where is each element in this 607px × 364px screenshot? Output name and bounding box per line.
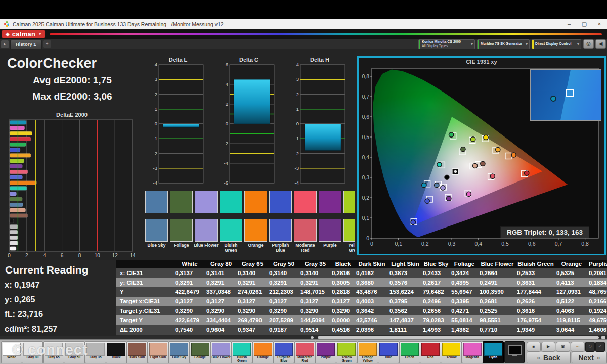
table-cell: 0,4162: [354, 268, 387, 278]
confirm-button[interactable]: ✔: [595, 342, 605, 352]
palette-button-blue[interactable]: Blue: [378, 341, 399, 363]
svg-text:0: 0: [155, 121, 157, 126]
palette-button-light-skin[interactable]: Light Skin: [148, 341, 169, 363]
chevron-down-icon: ▾: [39, 32, 41, 36]
minimize-button[interactable]: –: [561, 19, 577, 29]
table-row: x: CIE310,31370,31410,31400,31400,31400,…: [116, 268, 607, 278]
table-cell: 127,0931: [554, 287, 587, 297]
palette-label: Yellow Green: [336, 355, 357, 362]
table-cell: 0,5325: [554, 268, 587, 278]
table-horizontal-scrollbar[interactable]: [0, 336, 607, 339]
table-cell: 0,3127: [298, 297, 330, 306]
palette-button-blue-sky[interactable]: Blue Sky: [168, 341, 190, 363]
stop-button[interactable]: ■: [527, 342, 541, 352]
table-cell: 0,2681: [478, 297, 515, 306]
maximize-button[interactable]: ▢: [577, 19, 592, 29]
loop-button[interactable]: ∞: [571, 342, 585, 352]
palette-swatch: [212, 343, 230, 356]
table-cell: 0,0000: [330, 315, 354, 325]
check-icon: ✔: [598, 344, 602, 349]
table-cell: 337,0348: [204, 287, 236, 297]
scrollbar-thumb[interactable]: [318, 336, 599, 339]
palette-button-yellow-green[interactable]: Yellow Green: [336, 341, 357, 363]
play-button[interactable]: ▶: [541, 342, 555, 352]
palette-button-bluish-green[interactable]: Bluish Green: [231, 341, 252, 363]
results-table[interactable]: WhiteGray 80Gray 65Gray 50Gray 35BlackDa…: [116, 260, 607, 336]
table-cell: 212,2303: [267, 287, 298, 297]
settings-icon-button[interactable]: ◎: [583, 39, 594, 49]
display-preview-button[interactable]: [504, 341, 525, 363]
next-chevron-icon: »: [597, 354, 600, 361]
table-cell: 0,2656: [421, 306, 449, 316]
add-tab-button[interactable]: +: [43, 40, 51, 48]
table-cell: 0,3127: [204, 297, 236, 306]
palette-button-moderate-red[interactable]: Moderate Red: [294, 341, 316, 363]
table-cell: 3,0644: [554, 325, 587, 335]
device-dropdown-2[interactable]: Direct Display Control▾: [532, 39, 581, 49]
palette-swatch: [359, 343, 377, 356]
main-workspace: ColorChecker Avg dE2000: 1,75 Max dE2000…: [0, 49, 607, 260]
patch-label: Moderate Red: [293, 243, 318, 253]
next-button[interactable]: Next »: [572, 352, 607, 363]
chevron-down-icon: ▾: [524, 42, 529, 47]
table-cell: 0,4113: [554, 278, 587, 288]
palette-button-foliage[interactable]: Foliage: [190, 341, 211, 363]
device-dropdown-0[interactable]: Konica Minolta CS-2000All Display Types▾: [418, 39, 475, 49]
table-cell: 0,3642: [354, 306, 387, 316]
table-column-header: Gray 35: [298, 260, 330, 268]
table-row-label: Target Y: [116, 315, 173, 325]
device-dropdown-1[interactable]: Murideo 7G 8K Generator▾: [477, 39, 530, 49]
svg-text:-2: -2: [295, 151, 299, 156]
back-button[interactable]: « Back: [527, 352, 571, 363]
measured-patch-7: [319, 219, 341, 242]
palette-button-purplish-blue[interactable]: Purplish Blue: [273, 341, 294, 363]
palette-label: Magenta: [462, 355, 483, 362]
svg-text:-4: -4: [224, 160, 228, 166]
layout-title: ColorChecker: [7, 56, 97, 71]
collapse-panel-button[interactable]: ◀: [595, 39, 606, 49]
close-button[interactable]: ×: [592, 19, 607, 29]
palette-button-purple[interactable]: Purple: [315, 341, 336, 363]
palette-button-black[interactable]: Black: [106, 341, 127, 363]
palette-button-yellow[interactable]: Yellow: [441, 341, 462, 363]
cie-1931-panel[interactable]: CIE 1931 xy 00,10,20,30,40,50,60,70,800,…: [357, 56, 606, 255]
palette-label: Purple: [316, 355, 336, 362]
table-header-row: WhiteGray 80Gray 65Gray 50Gray 35BlackDa…: [116, 260, 607, 268]
table-cell: 0,3424: [449, 268, 478, 278]
svg-text:0: 0: [8, 253, 11, 258]
table-cell: 0,2664: [478, 268, 515, 278]
table-cell: 0,3127: [330, 297, 354, 306]
table-cell: 177,8444: [515, 287, 554, 297]
scrollbar-arrow[interactable]: [601, 336, 605, 339]
svg-text:2: 2: [25, 253, 28, 258]
measured-patch-3: [220, 219, 242, 242]
undo-button[interactable]: ↻: [585, 342, 595, 352]
svg-text:0,4: 0,4: [475, 241, 483, 247]
calman-menu-button[interactable]: ◆ calman ▾: [2, 30, 45, 38]
table-cell: 0,9604: [204, 325, 236, 335]
palette-button-orange[interactable]: Orange: [252, 341, 274, 363]
svg-text:-3: -3: [153, 165, 157, 171]
tab-history-1[interactable]: History 1: [10, 40, 42, 49]
palette-button-dark-skin[interactable]: Dark Skin: [126, 341, 148, 363]
table-column-header: White: [173, 260, 204, 268]
table-cell: 98,5551: [478, 315, 515, 325]
palette-label: Red: [420, 355, 441, 362]
palette-button-green[interactable]: Green: [399, 341, 420, 363]
table-cell: 0,4063: [554, 306, 587, 316]
avg-de2000: Avg dE2000: 1,75: [0, 75, 145, 86]
palette-button-orange-yellow[interactable]: Orange Yellow: [357, 341, 378, 363]
palette-button-magenta[interactable]: Magenta: [462, 341, 483, 363]
palette-swatch: [191, 343, 209, 356]
palette-button-cyan[interactable]: Cyan: [483, 341, 504, 363]
palette-label: Yellow: [441, 355, 461, 362]
palette-button-red[interactable]: Red: [420, 341, 441, 363]
patch-label: Purple: [318, 243, 342, 248]
svg-text:3: 3: [296, 76, 299, 82]
svg-text:0,2: 0,2: [421, 241, 429, 247]
marker-button[interactable]: ▣: [556, 342, 570, 352]
scrollbar-knob[interactable]: [311, 336, 314, 339]
palette-button-blue-flower[interactable]: Blue Flower: [210, 341, 232, 363]
tab-scroll-button[interactable]: ▸: [1, 40, 9, 48]
svg-text:0,8: 0,8: [362, 73, 369, 79]
